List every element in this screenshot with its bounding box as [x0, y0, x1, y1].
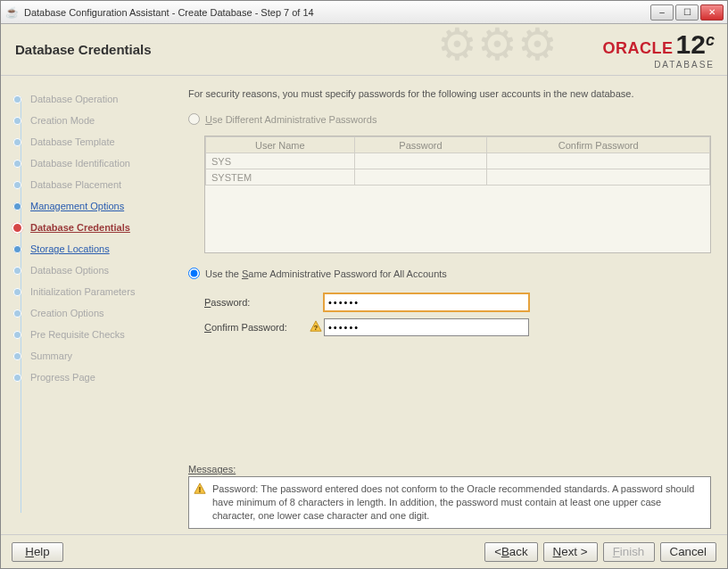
- radio-same-password[interactable]: [188, 268, 200, 279]
- finish-button: Finish: [603, 542, 655, 562]
- step-dot-icon: [13, 309, 21, 317]
- cancel-button[interactable]: Cancel: [660, 542, 717, 562]
- sidebar-step: Progress Page: [13, 367, 174, 388]
- window-frame: ☕ Database Configuration Assistant - Cre…: [0, 0, 728, 569]
- step-dot-icon: [13, 267, 21, 275]
- step-label: Database Template: [30, 136, 115, 147]
- step-label: Progress Page: [30, 372, 95, 383]
- minimize-button[interactable]: –: [650, 4, 674, 21]
- users-table: User Name Password Confirm Password SYSS…: [204, 136, 711, 253]
- radio-different-passwords-label: Use Different Administrative Passwords: [205, 114, 376, 125]
- messages-label: Messages:: [188, 464, 711, 474]
- wizard-sidebar: Database OperationCreation ModeDatabase …: [1, 76, 179, 534]
- step-label: Database Credentials: [30, 222, 130, 233]
- header: ⚙⚙⚙ Database Credentials ORACLE 12c DATA…: [1, 24, 727, 76]
- step-dot-icon: [13, 202, 21, 210]
- radio-same-password-label: Use the Same Administrative Password for…: [205, 268, 447, 279]
- sidebar-step: Initialization Parameters: [13, 281, 174, 302]
- sidebar-step[interactable]: Storage Locations: [13, 238, 174, 260]
- step-dot-icon: [13, 181, 21, 189]
- table-header-username: User Name: [206, 137, 355, 153]
- step-label: Management Options: [30, 201, 124, 211]
- sidebar-step: Database Template: [13, 131, 174, 153]
- close-button[interactable]: ✕: [700, 4, 724, 21]
- table-header-confirm: Confirm Password: [487, 137, 710, 153]
- step-dot-icon: [13, 331, 21, 339]
- warning-icon: ?: [310, 320, 322, 333]
- radio-different-passwords[interactable]: [188, 113, 200, 125]
- step-dot-icon: [13, 117, 21, 125]
- step-dot-icon: [13, 374, 21, 382]
- logo-brand: ORACLE: [603, 39, 674, 57]
- titlebar[interactable]: ☕ Database Configuration Assistant - Cre…: [1, 1, 727, 24]
- warning-icon: !: [194, 482, 206, 495]
- step-label: Database Placement: [30, 179, 121, 190]
- sidebar-step: Creation Mode: [13, 110, 174, 131]
- main-panel: For security reasons, you must specify p…: [179, 76, 727, 534]
- message-text: Password: The password entered does not …: [212, 483, 694, 521]
- sidebar-step: Database Identification: [13, 153, 174, 174]
- step-dot-icon: [13, 160, 21, 168]
- step-label: Storage Locations: [30, 243, 110, 254]
- table-header-password: Password: [354, 137, 487, 153]
- back-button[interactable]: < Back: [484, 542, 537, 562]
- step-dot-icon: [13, 138, 21, 146]
- sidebar-step: Summary: [13, 345, 174, 367]
- step-label: Database Options: [30, 265, 109, 276]
- step-dot-icon: [12, 222, 23, 234]
- step-label: Initialization Parameters: [30, 286, 135, 297]
- sidebar-step: Database Options: [13, 260, 174, 281]
- step-label: Creation Mode: [30, 115, 95, 126]
- step-label: Summary: [30, 350, 72, 361]
- sidebar-step: Pre Requisite Checks: [13, 324, 174, 345]
- step-label: Database Identification: [30, 158, 130, 169]
- messages-box: ! Password: The password entered does no…: [188, 476, 711, 529]
- intro-text: For security reasons, you must specify p…: [188, 88, 711, 99]
- sidebar-step: Database Placement: [13, 174, 174, 195]
- footer: Help < Back Next > Finish Cancel: [1, 534, 727, 568]
- table-cell: [487, 169, 710, 186]
- logo-version: 12c: [676, 29, 715, 59]
- step-dot-icon: [13, 95, 21, 103]
- step-dot-icon: [13, 352, 21, 360]
- step-label: Creation Options: [30, 308, 104, 318]
- table-cell: SYS: [206, 153, 355, 169]
- svg-text:!: !: [199, 485, 202, 494]
- step-dot-icon: [13, 288, 21, 296]
- table-cell: [487, 153, 710, 169]
- step-label: Database Operation: [30, 94, 118, 104]
- logo-product: DATABASE: [603, 60, 715, 70]
- table-row: SYS: [206, 153, 710, 169]
- maximize-button[interactable]: ☐: [675, 4, 699, 21]
- radio-same-password-row[interactable]: Use the Same Administrative Password for…: [188, 268, 711, 279]
- java-icon: ☕: [4, 5, 19, 20]
- confirm-password-input[interactable]: [324, 318, 529, 336]
- sidebar-step[interactable]: Database Credentials: [13, 217, 174, 238]
- table-cell: [354, 153, 487, 169]
- svg-text:?: ?: [314, 324, 318, 332]
- confirm-password-label: Confirm Password:: [204, 322, 320, 333]
- table-cell: SYSTEM: [206, 169, 355, 186]
- window-title: Database Configuration Assistant - Creat…: [24, 7, 650, 18]
- page-title: Database Credentials: [15, 42, 152, 57]
- table-row: SYSTEM: [206, 169, 710, 186]
- oracle-logo: ORACLE 12c DATABASE: [603, 29, 715, 70]
- next-button[interactable]: Next >: [543, 542, 598, 562]
- table-cell: [354, 169, 487, 186]
- step-label: Pre Requisite Checks: [30, 329, 125, 340]
- help-button[interactable]: Help: [12, 542, 63, 562]
- sidebar-step[interactable]: Management Options: [13, 195, 174, 217]
- step-dot-icon: [13, 245, 21, 253]
- radio-different-passwords-row[interactable]: Use Different Administrative Passwords: [188, 113, 711, 125]
- sidebar-step: Creation Options: [13, 302, 174, 324]
- sidebar-step: Database Operation: [13, 88, 174, 110]
- password-label: Password:: [204, 297, 320, 308]
- password-input[interactable]: [324, 293, 529, 311]
- gears-decoration: ⚙⚙⚙: [437, 24, 558, 70]
